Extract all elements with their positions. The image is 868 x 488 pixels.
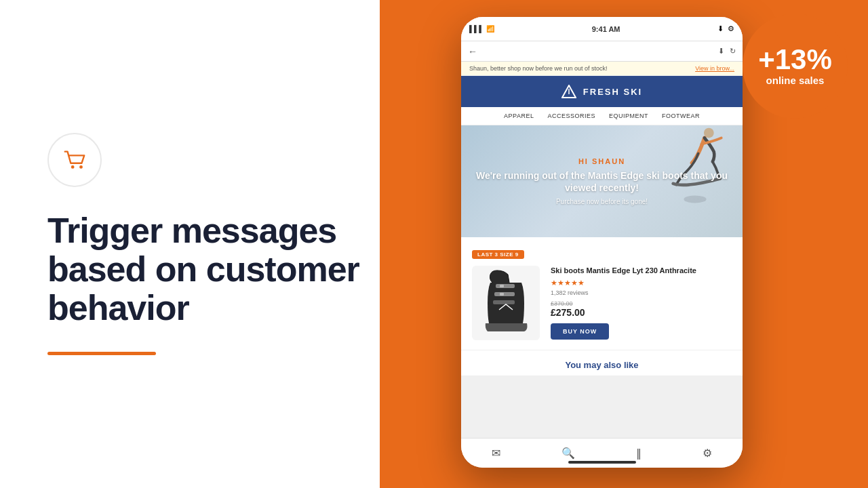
status-icons: ⬇ ⚙ [717,24,734,33]
product-name: Ski boots Mantis Edge Lyt 230 Anthracite [551,266,732,275]
notification-link[interactable]: View in brow... [695,65,734,72]
bottom-nav-search-icon[interactable]: 🔍 [561,447,575,460]
svg-rect-9 [500,285,504,287]
svg-point-5 [684,195,706,203]
cart-icon [62,147,87,173]
product-details: Ski boots Mantis Edge Lyt 230 Anthracite… [551,266,732,340]
nav-equipment[interactable]: EQUIPMENT [609,113,648,119]
hero-main-text: We're running out of the Mantis Edge ski… [461,169,743,194]
notification-bar: Shaun, better shop now before we run out… [461,62,743,76]
also-like-title: You may also like [472,360,732,370]
browser-action-icons: ⬇ ↻ [718,47,736,56]
ski-boot-svg [475,269,536,337]
browser-bar: ← ⬇ ↻ [461,41,743,62]
last-sizes-badge: LAST 3 SIZE 9 [472,250,524,259]
store-header: FRESH SKI [461,76,743,107]
settings-icon: ⚙ [728,24,734,33]
decorative-line [47,352,156,355]
home-indicator [568,461,636,464]
back-arrow-icon[interactable]: ← [468,46,477,57]
product-image [472,266,540,340]
store-nav: APPAREL ACCESSORIES EQUIPMENT FOOTWEAR [461,107,743,125]
buy-now-button[interactable]: BUY NOW [551,323,609,340]
svg-rect-7 [494,292,515,296]
price-old: £370.00 [551,300,732,307]
svg-rect-8 [493,300,515,304]
download-icon: ⬇ [717,24,724,33]
store-name: FRESH SKI [583,87,642,97]
headline: Trigger messages based on customer behav… [47,211,380,328]
bottom-navigation: ✉ 🔍 ‖ ⚙ [461,438,743,468]
product-stars: ★★★★★ [551,279,732,287]
share-icon: ⬇ [718,47,724,56]
nav-apparel[interactable]: APPAREL [504,113,534,119]
wifi-icon: 📶 [486,25,494,33]
tablet-screen: ▌▌▌ 📶 9:41 AM ⬇ ⚙ ← ⬇ ↻ Shaun, better sh… [461,17,743,468]
refresh-icon: ↻ [730,47,736,56]
bottom-nav-mail-icon[interactable]: ✉ [492,447,500,460]
badge-percent: +13% [758,45,832,74]
cart-icon-circle [47,133,102,187]
bottom-nav-grid-icon[interactable]: ‖ [636,447,642,460]
left-panel: Trigger messages based on customer behav… [0,0,420,488]
tablet-device: ▌▌▌ 📶 9:41 AM ⬇ ⚙ ← ⬇ ↻ Shaun, better sh… [461,17,743,468]
hero-banner: HI SHAUN We're running out of the Mantis… [461,125,743,237]
time-display: 9:41 AM [592,25,620,33]
nav-footwear[interactable]: FOOTWEAR [662,113,700,119]
product-row: Ski boots Mantis Edge Lyt 230 Anthracite… [472,266,732,340]
svg-rect-10 [500,293,504,296]
hero-sub-text: Purchase now before its gone! [556,198,648,205]
store-logo-icon [561,85,576,98]
product-section: LAST 3 SIZE 9 [461,237,743,350]
hero-greeting: HI SHAUN [578,157,625,165]
nav-accessories[interactable]: ACCESSORIES [547,113,595,119]
signal-icon: ▌▌▌ [469,25,484,33]
svg-rect-6 [496,284,515,288]
stats-badge: +13% online sales [743,14,848,119]
price-new: £275.00 [551,307,732,318]
snowboarder-image [661,125,729,207]
signal-status: ▌▌▌ 📶 [469,25,494,33]
status-bar: ▌▌▌ 📶 9:41 AM ⬇ ⚙ [461,17,743,41]
also-like-section: You may also like [461,350,743,375]
bottom-nav-settings-icon[interactable]: ⚙ [703,447,712,460]
svg-point-1 [79,165,83,169]
product-reviews: 1,382 reviews [551,289,732,296]
badge-label: online sales [766,74,825,87]
notification-text: Shaun, better shop now before we run out… [469,65,608,72]
svg-point-0 [71,165,75,169]
